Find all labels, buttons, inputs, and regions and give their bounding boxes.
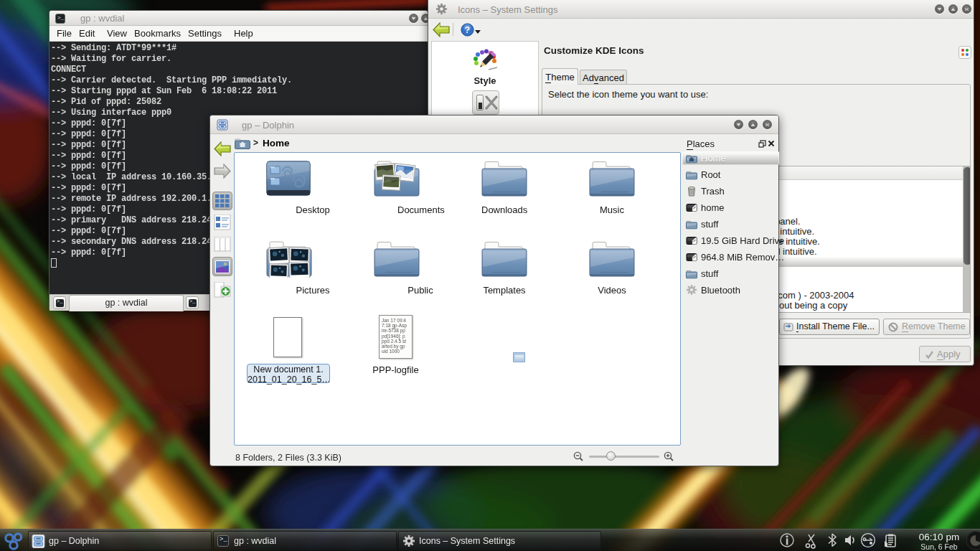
- svg-text:?: ?: [465, 25, 470, 35]
